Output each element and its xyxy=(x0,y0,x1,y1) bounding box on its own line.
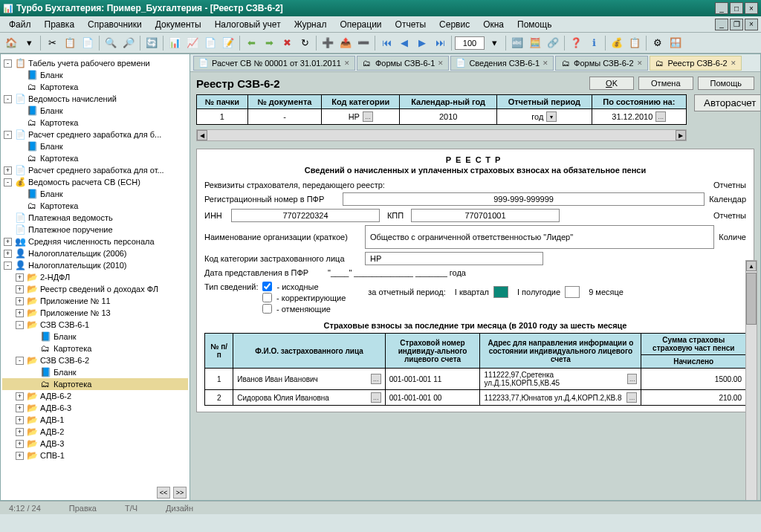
close-icon[interactable]: ✕ xyxy=(731,59,736,67)
forward-icon[interactable]: ➡ xyxy=(261,35,277,51)
tree-item[interactable]: 📄Платежное поручение xyxy=(2,224,188,236)
export-icon[interactable]: 📤 xyxy=(337,35,354,51)
mdi-restore-button[interactable]: ❐ xyxy=(730,19,743,30)
tree-toggle-icon[interactable]: + xyxy=(16,297,24,305)
tree-item[interactable]: +📂СПВ-1 xyxy=(2,450,188,461)
tree-toggle-icon[interactable]: + xyxy=(16,428,24,436)
period-q1-box[interactable] xyxy=(493,286,508,298)
tree-item[interactable]: -👤Налогоплательщик (2010) xyxy=(2,259,188,271)
tree-item[interactable]: 🗂Картотека xyxy=(2,152,188,164)
help-button[interactable]: Помощь xyxy=(698,77,755,90)
tree-toggle-icon[interactable]: - xyxy=(4,178,12,186)
tree-item[interactable]: +📂Приложение № 13 xyxy=(2,307,188,319)
row-fio[interactable]: Иванов Иван Иванович… xyxy=(233,369,385,390)
catcode-field[interactable]: НР xyxy=(365,252,543,265)
search-icon[interactable]: 🔍 xyxy=(103,35,119,51)
reg-field[interactable]: 999-999-999999 xyxy=(343,192,705,206)
cancel-button[interactable]: Отмена xyxy=(638,77,693,90)
period-cell[interactable]: год▾ xyxy=(496,109,592,125)
tree-item[interactable]: 🗂Картотека xyxy=(2,117,188,129)
dropdown-icon[interactable]: ▾ xyxy=(21,35,37,51)
menu-документы[interactable]: Документы xyxy=(149,18,207,31)
tree-toggle-icon[interactable]: - xyxy=(16,357,24,365)
replace-icon[interactable]: 🔎 xyxy=(120,35,137,51)
type-initial-checkbox[interactable] xyxy=(262,282,272,291)
status-item[interactable]: Дизайн xyxy=(163,504,196,513)
tree-item[interactable]: +📂АДВ-6-3 xyxy=(2,402,188,414)
tree-item[interactable]: 📘Бланк xyxy=(2,188,188,200)
copy-icon[interactable]: 📋 xyxy=(62,35,78,51)
scroll-right-icon[interactable]: ▶ xyxy=(676,130,686,140)
tree-item[interactable]: 🗂Картотека xyxy=(2,200,188,212)
row-sum[interactable]: 210.00 xyxy=(641,390,746,406)
next-icon[interactable]: ▶ xyxy=(414,35,430,51)
tree-collapse-button[interactable]: << xyxy=(157,487,170,499)
tree-item[interactable]: +📂Реестр сведений о доходах ФЛ xyxy=(2,283,188,295)
tree-toggle-icon[interactable]: + xyxy=(16,392,24,400)
tree-item[interactable]: 📘Бланк xyxy=(2,331,188,343)
period-h1-box[interactable] xyxy=(565,286,580,298)
tree-item[interactable]: 📘Бланк xyxy=(2,69,188,81)
tree-item[interactable]: -📂СЗВ СЗВ-6-1 xyxy=(2,319,188,331)
menu-справочники[interactable]: Справочники xyxy=(82,18,148,31)
asof-cell[interactable]: 31.12.2010… xyxy=(592,109,686,125)
tab-0[interactable]: 📄Расчет СВ № 00001 от 31.01.2011✕ xyxy=(193,56,355,71)
content-vscroll[interactable]: ▲ xyxy=(745,260,757,501)
status-item[interactable]: Правка xyxy=(66,504,100,513)
tab-4[interactable]: 🗂Реестр СЗВ-6-2✕ xyxy=(650,56,742,71)
close-icon[interactable]: ✕ xyxy=(344,59,350,67)
ok-button[interactable]: OOKK xyxy=(589,77,634,90)
menu-отчеты[interactable]: Отчеты xyxy=(389,18,432,31)
tax-icon[interactable]: 📋 xyxy=(626,35,643,51)
autocalc-button[interactable]: Авторасчет xyxy=(694,94,761,111)
tree-item[interactable]: +📂2-НДФЛ xyxy=(2,271,188,283)
stop-icon[interactable]: ✖ xyxy=(279,35,295,51)
tree-item[interactable]: +📂АДВ-2 xyxy=(2,426,188,438)
calc-icon[interactable]: 🧮 xyxy=(527,35,543,51)
add-icon[interactable]: ➕ xyxy=(320,35,336,51)
field-icon[interactable]: 🔤 xyxy=(509,35,525,51)
tree-toggle-icon[interactable]: + xyxy=(16,273,24,282)
org-field[interactable]: Общество с ограниченной ответственностью… xyxy=(365,225,714,249)
tree-toggle-icon[interactable]: + xyxy=(4,238,12,246)
tree-item[interactable]: -📄Ведомость начислений xyxy=(2,93,188,105)
tree-toggle-icon[interactable]: - xyxy=(4,95,12,103)
tree-item[interactable]: 🗂Картотека xyxy=(2,378,188,390)
tree-item[interactable]: +📂Приложение № 11 xyxy=(2,295,188,307)
info-icon[interactable]: ℹ xyxy=(586,35,602,51)
tree-toggle-icon[interactable]: + xyxy=(16,404,24,412)
tree-item[interactable]: 📘Бланк xyxy=(2,366,188,378)
tree-toggle-icon[interactable]: - xyxy=(4,262,12,270)
close-button[interactable]: × xyxy=(745,2,758,14)
first-icon[interactable]: ⏮ xyxy=(378,35,395,51)
tree-expand-button[interactable]: >> xyxy=(173,487,187,499)
menu-журнал[interactable]: Журнал xyxy=(288,18,333,31)
dropdown-icon[interactable]: ▾ xyxy=(546,111,557,122)
type-corr-checkbox[interactable] xyxy=(262,293,272,302)
mdi-close-button[interactable]: × xyxy=(745,19,758,30)
doc-no-cell[interactable]: - xyxy=(247,109,321,125)
scroll-left-icon[interactable]: ◀ xyxy=(197,130,207,140)
last-icon[interactable]: ⏭ xyxy=(432,35,448,51)
reload-icon[interactable]: ↻ xyxy=(297,35,313,51)
params-hscroll[interactable]: ◀ ▶ xyxy=(196,129,687,141)
window-icon[interactable]: 🪟 xyxy=(667,35,684,51)
cut-icon[interactable]: ✂ xyxy=(44,35,60,51)
row-addr[interactable]: 111222,97,Сретенка ул.Д.15,КОРП.5,КВ.45… xyxy=(480,369,641,390)
mdi-minimize-button[interactable]: _ xyxy=(715,19,728,30)
tab-2[interactable]: 📄Сведения СЗВ-6-1✕ xyxy=(450,56,554,71)
refresh-icon[interactable]: 🔄 xyxy=(143,35,160,51)
pack-no-cell[interactable]: 1 xyxy=(197,109,248,125)
tree-toggle-icon[interactable]: + xyxy=(16,309,24,317)
maximize-button[interactable]: □ xyxy=(730,2,743,14)
prev-icon[interactable]: ◀ xyxy=(396,35,412,51)
dropdown-icon[interactable]: … xyxy=(363,111,373,122)
settings-icon[interactable]: ⚙ xyxy=(650,35,666,51)
tree-toggle-icon[interactable]: + xyxy=(16,285,24,293)
new-icon[interactable]: 📝 xyxy=(220,35,236,51)
menu-сервис[interactable]: Сервис xyxy=(433,18,476,31)
tab-1[interactable]: 🗂Формы СЗВ-6-1✕ xyxy=(357,56,450,71)
zoom-input[interactable] xyxy=(455,36,485,50)
menu-помощь[interactable]: Помощь xyxy=(511,18,557,31)
row-fio[interactable]: Сидорова Юлия Ивановна… xyxy=(233,390,385,406)
